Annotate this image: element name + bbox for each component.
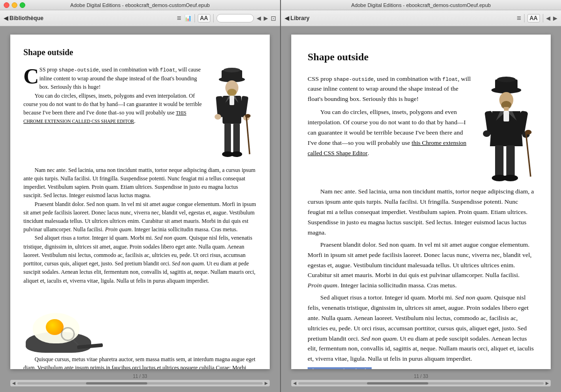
library-back-button[interactable]: ◀ Bibliothèque: [4, 15, 43, 21]
svg-point-14: [245, 114, 251, 118]
right-page-title: Shape outside: [308, 49, 534, 65]
left-book-page: Shape outside: [10, 35, 270, 369]
svg-point-4: [227, 89, 237, 96]
left-body-5: Sed aliquet risus a tortor. Integer id q…: [23, 234, 257, 285]
left-page-title: Shape outside: [23, 46, 257, 59]
right-book-page: Shape outside: [291, 35, 551, 369]
shape-outside-code1: shape-outside: [59, 67, 99, 73]
close-button[interactable]: [4, 2, 9, 8]
right-scrollbar[interactable]: ◀ ▶: [291, 380, 551, 386]
svg-rect-28: [503, 111, 509, 121]
right-shape-outside-code: shape-outside: [334, 77, 374, 82]
svg-line-13: [246, 117, 250, 154]
right-library-back-button[interactable]: ◀ Library: [285, 15, 309, 21]
left-body-intro: SS prop shape-outside, used in combinati…: [39, 66, 201, 90]
next-page-btn[interactable]: ▶: [264, 15, 268, 21]
traffic-lights-left: [4, 2, 25, 8]
svg-rect-24: [504, 107, 509, 111]
float-code1: float: [160, 67, 175, 73]
right-window-title: Adobe Digital Editions - ebookcraft_demo…: [351, 2, 490, 8]
drop-cap: C: [23, 68, 39, 86]
right-list-icon[interactable]: ≡: [517, 14, 521, 22]
left-body-6: Quisque cursus, metus vitae pharetra auc…: [23, 355, 257, 369]
svg-point-18: [231, 151, 242, 157]
chrome-extension-link-right[interactable]: this Chrome extension called CSS Shape E…: [308, 139, 467, 157]
svg-point-34: [525, 130, 532, 135]
right-prev-page-btn[interactable]: ◀: [546, 15, 550, 21]
chrome-extension-link-left[interactable]: this chrome extension called css shape e…: [23, 110, 186, 124]
gentleman-figure-left: [208, 65, 257, 161]
right-body-4: Praesent blandit dolor. Sed non quam. In…: [308, 240, 534, 291]
gentleman-svg-right: [478, 74, 534, 181]
left-toolbar: ◀ Bibliothèque ≡ 📊 AA ◀ ▶ ⊡: [0, 10, 280, 26]
right-window: Adobe Digital Editions - ebookcraft_demo…: [281, 0, 561, 392]
minimize-button[interactable]: [12, 2, 17, 8]
font-size-button[interactable]: AA: [198, 14, 210, 22]
gentleman-svg: [208, 65, 257, 159]
right-title-bar: Adobe Digital Editions - ebookcraft_demo…: [281, 0, 561, 10]
search-box-left[interactable]: [216, 14, 254, 22]
right-font-size-button[interactable]: AA: [527, 14, 540, 22]
svg-rect-36: [506, 145, 515, 177]
left-body-3: Nam nec ante. Sed lacinia, urna non tinc…: [23, 166, 257, 200]
fullscreen-icon[interactable]: ⊡: [271, 14, 276, 22]
left-body-4: Praesent blandit dolor. Sed non quam. In…: [23, 200, 257, 234]
left-window-title: Adobe Digital Editions - ebookcraft_demo…: [70, 2, 209, 8]
list-icon[interactable]: ≡: [177, 14, 181, 22]
svg-line-33: [526, 133, 531, 177]
right-scroll-right-btn[interactable]: ▶: [546, 381, 549, 385]
left-window: Adobe Digital Editions - ebookcraft_demo…: [0, 0, 281, 392]
svg-point-11: [215, 114, 221, 120]
gentleman-figure-right: [478, 74, 534, 185]
right-page-indicator: 11 / 33: [281, 373, 561, 380]
right-float-code: float: [442, 77, 458, 82]
svg-rect-35: [495, 145, 503, 177]
svg-point-21: [497, 77, 516, 82]
fried-egg-figure: [23, 287, 94, 353]
maximize-button[interactable]: [20, 2, 25, 8]
svg-point-31: [483, 130, 490, 137]
scroll-right-btn[interactable]: ▶: [265, 381, 268, 385]
right-scroll-left-btn[interactable]: ◀: [293, 381, 296, 385]
svg-point-2: [223, 68, 240, 72]
left-scrollbar[interactable]: ◀ ▶: [10, 380, 270, 386]
right-highlight: This is an œuf sur le plat: [308, 366, 534, 369]
right-toolbar: ◀ Library ≡ AA ◀ ▶: [281, 10, 561, 26]
left-title-bar: Adobe Digital Editions - ebookcraft_demo…: [0, 0, 280, 10]
highlight-text: This is an œuf sur le plat: [308, 367, 372, 369]
svg-rect-15: [224, 123, 231, 154]
scroll-left-btn[interactable]: ◀: [12, 381, 15, 385]
svg-rect-16: [233, 123, 240, 154]
right-body-3: Nam nec ante. Sed lacinia, urna non tinc…: [308, 186, 534, 237]
prev-page-btn[interactable]: ◀: [257, 15, 261, 21]
svg-point-38: [503, 175, 518, 181]
right-next-page-btn[interactable]: ▶: [553, 15, 557, 21]
chart-icon[interactable]: 📊: [184, 14, 192, 21]
svg-rect-8: [230, 96, 234, 105]
right-body-5: Sed aliquet risus a tortor. Integer id q…: [308, 292, 534, 364]
left-page-indicator: 11 / 33: [0, 373, 280, 380]
